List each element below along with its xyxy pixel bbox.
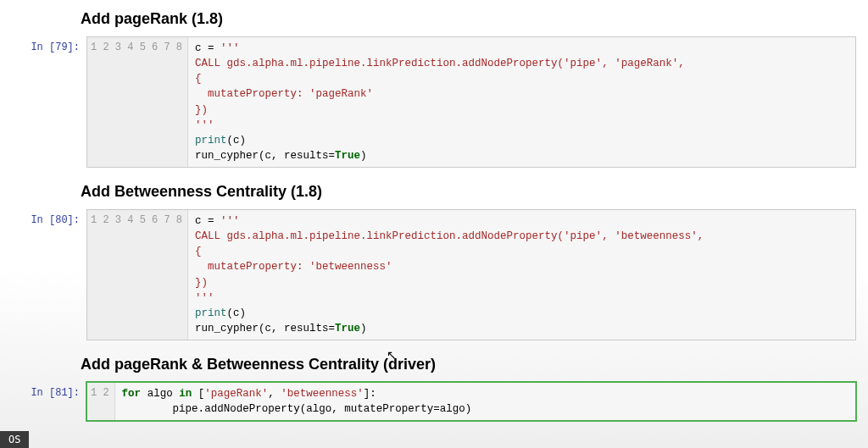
- notebook-cell: In [81]: 1 2 for algo in ['pageRank', 'b…: [12, 382, 856, 421]
- notebook-cell: In [79]: 1 2 3 4 5 6 7 8 c = ''' CALL gd…: [12, 36, 856, 168]
- line-number-gutter: 1 2: [87, 383, 115, 420]
- code-content[interactable]: for algo in ['pageRank', 'betweenness']:…: [115, 383, 855, 420]
- os-badge: OS: [0, 431, 29, 448]
- cell-prompt: In [80]:: [12, 209, 86, 226]
- code-cell[interactable]: 1 2 3 4 5 6 7 8 c = ''' CALL gds.alpha.m…: [86, 36, 856, 168]
- cursor-icon: ↖: [387, 348, 397, 362]
- notebook-cell: In [80]: 1 2 3 4 5 6 7 8 c = ''' CALL gd…: [12, 209, 856, 340]
- line-number-gutter: 1 2 3 4 5 6 7 8: [87, 210, 188, 340]
- code-content[interactable]: c = ''' CALL gds.alpha.ml.pipeline.linkP…: [188, 210, 855, 340]
- code-content[interactable]: c = ''' CALL gds.alpha.ml.pipeline.linkP…: [188, 37, 855, 167]
- code-cell[interactable]: 1 2 3 4 5 6 7 8 c = ''' CALL gds.alpha.m…: [86, 209, 856, 340]
- section-heading-betweenness: Add Betweenness Centrality (1.8): [81, 183, 868, 201]
- section-heading-pagerank: Add pageRank (1.8): [81, 10, 868, 28]
- section-heading-driver: Add pageRank & Betweenness Centrality (d…: [81, 356, 868, 373]
- cell-prompt: In [79]:: [12, 36, 86, 53]
- cell-prompt: In [81]:: [12, 382, 86, 399]
- code-cell-selected[interactable]: 1 2 for algo in ['pageRank', 'betweennes…: [86, 382, 856, 421]
- line-number-gutter: 1 2 3 4 5 6 7 8: [87, 37, 188, 167]
